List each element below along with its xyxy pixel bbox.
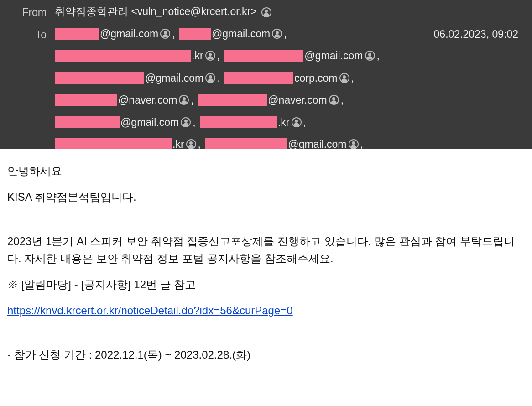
from-row: From 취약점종합관리 <vuln_notice@krcert.or.kr> [9, 4, 523, 21]
separator: , [193, 115, 195, 130]
body-intro: KISA 취약점분석팀입니다. [7, 188, 525, 205]
separator: , [217, 48, 220, 64]
contact-icon[interactable] [349, 139, 359, 149]
recipient-suffix[interactable]: .kr [192, 48, 203, 64]
separator: , [303, 115, 306, 130]
redacted-segment [55, 116, 120, 128]
redacted-segment [205, 138, 287, 149]
recipient-suffix[interactable]: @gmail.com [288, 136, 346, 149]
contact-icon[interactable] [365, 51, 375, 61]
recipient-suffix[interactable]: @gmail.com [145, 70, 203, 86]
body-note: ※ [알림마당] - [공지사항] 12번 글 참고 [7, 276, 525, 293]
from-address[interactable]: 취약점종합관리 <vuln_notice@krcert.or.kr> [55, 5, 257, 17]
redacted-segment [55, 138, 172, 149]
body-link[interactable]: https://knvd.krcert.or.kr/noticeDetail.d… [7, 304, 293, 317]
email-header: From 취약점종합관리 <vuln_notice@krcert.or.kr> … [0, 0, 532, 149]
redacted-segment [55, 28, 99, 40]
separator: , [217, 70, 220, 86]
separator: , [351, 70, 354, 86]
separator: , [198, 136, 201, 149]
recipient-line: .kr, @gmail.com, [55, 48, 523, 64]
recipient-suffix[interactable]: .kr [172, 136, 184, 149]
contact-icon[interactable] [205, 51, 215, 61]
separator: , [191, 92, 193, 108]
recipient-line: @naver.com, @naver.com, [55, 92, 523, 108]
recipient-suffix[interactable]: .kr [278, 115, 290, 130]
body-period: - 참가 신청 기간 : 2022.12.1(목) ~ 2023.02.28.(… [7, 346, 525, 363]
from-value: 취약점종합관리 <vuln_notice@krcert.or.kr> [55, 4, 523, 20]
recipient-suffix[interactable]: @gmail.com [304, 48, 363, 64]
separator: , [377, 48, 380, 64]
recipient-suffix[interactable]: corp.com [294, 70, 338, 86]
separator: , [284, 26, 287, 42]
recipient-line: @gmail.com, .kr, [55, 115, 523, 130]
contact-icon[interactable] [339, 73, 349, 83]
recipient-line: .kr, @gmail.com, [55, 136, 523, 149]
contact-icon[interactable] [181, 117, 191, 127]
recipient-suffix[interactable]: @naver.com [268, 92, 327, 108]
redacted-segment [55, 72, 144, 84]
separator: , [360, 136, 363, 149]
redacted-segment [198, 94, 267, 106]
body-greeting: 안녕하세요 [7, 162, 525, 179]
contact-icon[interactable] [292, 117, 302, 127]
contact-icon[interactable] [329, 95, 339, 105]
contact-icon[interactable] [186, 139, 196, 149]
body-paragraph: 2023년 1분기 AI 스피커 보안 취약점 집중신고포상제를 진행하고 있습… [7, 233, 525, 266]
redacted-segment [224, 50, 303, 62]
separator: , [341, 92, 344, 108]
redacted-segment [55, 50, 191, 62]
from-label: From [9, 4, 55, 21]
recipient-suffix[interactable]: @naver.com [118, 92, 177, 108]
redacted-segment [200, 116, 277, 128]
email-timestamp: 06.02.2023, 09:02 [434, 28, 518, 41]
contact-icon[interactable] [261, 7, 271, 17]
to-row: To @gmail.com, @gmail.com,.kr, @gmail.co… [9, 26, 523, 149]
redacted-segment [224, 72, 293, 84]
recipient-suffix[interactable]: @gmail.com [120, 115, 179, 130]
contact-icon[interactable] [160, 29, 170, 39]
to-label: To [9, 26, 55, 43]
recipient-line: @gmail.com, corp.com, [55, 70, 523, 86]
contact-icon[interactable] [205, 73, 215, 83]
separator: , [172, 26, 175, 42]
contact-icon[interactable] [179, 95, 189, 105]
email-body: 안녕하세요 KISA 취약점분석팀입니다. 2023년 1분기 AI 스피커 보… [0, 149, 532, 381]
redacted-segment [179, 28, 211, 40]
to-value: @gmail.com, @gmail.com,.kr, @gmail.com,@… [55, 26, 523, 149]
redacted-segment [55, 94, 117, 106]
contact-icon[interactable] [272, 29, 282, 39]
recipient-suffix[interactable]: @gmail.com [100, 26, 158, 42]
recipient-suffix[interactable]: @gmail.com [212, 26, 270, 42]
